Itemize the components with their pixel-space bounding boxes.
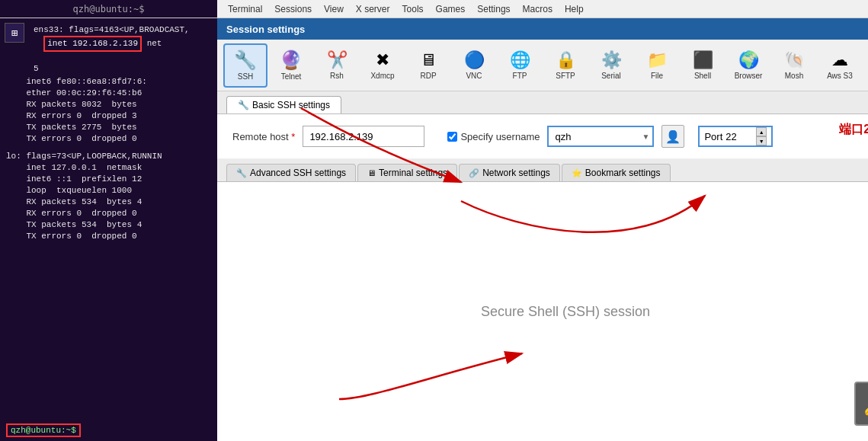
terminal-bottom-prompt: qzh@ubuntu:~$ [6, 426, 81, 435]
wrench-icon: 🔧 [238, 100, 249, 110]
terminal-panel: ⊞ ens33: flags=4163<UP,BROADCAST, inet 1… [0, 18, 217, 441]
xdmcp-label: Xdmcp [370, 72, 394, 80]
terminal-line-num: 5 [34, 63, 211, 75]
ssh-label: SSH [238, 72, 254, 81]
terminal-line-loop: loop txqueuelen 1000 [6, 185, 211, 197]
network-settings-tab[interactable]: 🔗 Network settings [459, 164, 560, 181]
toolbar-serial[interactable]: ⚙️ Serial [589, 43, 633, 88]
telnet-label: Telnet [281, 72, 302, 81]
terminal-line-11: TX errors 0 dropped 0 [6, 133, 211, 145]
remote-host-label: Remote host * [232, 131, 295, 142]
network-settings-tab-label: Network settings [482, 168, 550, 178]
menu-sessions[interactable]: Sessions [270, 2, 316, 16]
menu-macros[interactable]: Macros [518, 2, 557, 16]
basic-tab-bar: 🔧 Basic SSH settings [217, 91, 868, 114]
serial-label: Serial [601, 72, 621, 80]
menu-terminal[interactable]: Terminal [223, 2, 267, 16]
port-spinner: ▲ ▼ [756, 127, 767, 145]
toolbar-rdp[interactable]: 🖥 RDP [406, 43, 450, 88]
ftp-label: FTP [513, 72, 527, 80]
menu-view[interactable]: View [319, 2, 348, 16]
prompt-highlight: qzh@ubuntu:~$ [6, 423, 81, 437]
toolbar-sftp[interactable]: 🔒 SFTP [543, 43, 588, 88]
specify-username-group: Specify username [447, 131, 540, 142]
terminal-line-10: TX packets 2775 bytes [6, 122, 211, 133]
port-input[interactable] [725, 131, 753, 142]
toolbar-shell[interactable]: ⬛ Shell [681, 43, 725, 88]
advanced-ssh-tab[interactable]: 🔧 Advanced SSH settings [226, 164, 356, 181]
toolbar-telnet[interactable]: 🔮 Telnet [269, 43, 313, 88]
menu-help[interactable]: Help [560, 2, 588, 16]
port-decrement-button[interactable]: ▼ [756, 136, 767, 145]
terminal-line-lo: lo: flags=73<UP,LOOPBACK,RUNNIN [6, 151, 211, 162]
vnc-label: VNC [466, 72, 482, 80]
terminal-line-rx534: RX packets 534 bytes 4 [6, 197, 211, 208]
toolbar-wsl[interactable]: 🖥 WSL [863, 43, 868, 88]
file-icon: 📁 [647, 50, 668, 70]
sftp-icon: 🔒 [556, 50, 576, 70]
specify-username-checkbox[interactable] [447, 132, 457, 142]
toolbar-aws-s3[interactable]: ☁ Aws S3 [818, 43, 862, 88]
terminal-spacer [6, 145, 211, 151]
network-icon: 🔗 [469, 168, 479, 178]
rdp-icon: 🖥 [420, 50, 437, 70]
terminal-settings-tab[interactable]: 🖥 Terminal settings [357, 164, 457, 181]
menu-settings[interactable]: Settings [472, 2, 514, 16]
ftp-icon: 🌐 [510, 50, 530, 70]
terminal-line-txerr: TX errors 0 dropped 0 [6, 231, 211, 242]
toolbar-mosh[interactable]: 🐚 Mosh [772, 43, 816, 88]
ssh-icon: 🔧 [234, 50, 257, 71]
advanced-ssh-tab-label: Advanced SSH settings [250, 168, 346, 178]
aws-s3-icon: ☁ [831, 50, 848, 70]
toolbar-xdmcp[interactable]: ✖ Xdmcp [360, 43, 405, 88]
basic-ssh-tab[interactable]: 🔧 Basic SSH settings [226, 96, 341, 113]
shell-icon: ⬛ [693, 50, 713, 70]
bookmark-settings-tab[interactable]: ⭐ Bookmark settings [562, 164, 671, 181]
toolbar: 🔧 SSH 🔮 Telnet ✂️ Rsh ✖ Xdmcp [217, 40, 868, 91]
terminal-line-inet127: inet 127.0.0.1 netmask [6, 162, 211, 174]
menu-tools[interactable]: Tools [398, 2, 428, 16]
toolbar-browser[interactable]: 🌍 Browser [726, 43, 770, 88]
ip-highlight: inet 192.168.2.139 [43, 36, 142, 52]
session-title: Session settings [226, 24, 305, 35]
port-increment-button[interactable]: ▲ [756, 127, 767, 136]
bookmark-settings-tab-label: Bookmark settings [585, 168, 661, 178]
rsh-label: Rsh [330, 72, 344, 80]
sftp-label: SFTP [556, 72, 575, 80]
xdmcp-icon: ✖ [376, 50, 389, 70]
terminal-title-bar: qzh@ubuntu:~$ [73, 4, 145, 14]
toolbar-file[interactable]: 📁 File [635, 43, 679, 88]
toolbar-rsh[interactable]: ✂️ Rsh [315, 43, 359, 88]
avatar-icon[interactable]: 👤 [661, 125, 684, 148]
advanced-icon: 🔧 [236, 168, 247, 178]
menu-xserver[interactable]: X server [351, 2, 395, 16]
terminal-line-rxerr: RX errors 0 dropped 0 [6, 208, 211, 219]
mosh-label: Mosh [785, 72, 803, 80]
menu-games[interactable]: Games [431, 2, 470, 16]
bookmark-icon: ⭐ [572, 168, 582, 178]
menu-bar: Terminal Sessions View X server Tools Ga… [217, 0, 868, 18]
terminal-window-icon: ⊞ [5, 23, 24, 43]
serial-icon: ⚙️ [601, 50, 622, 70]
remote-host-input[interactable] [303, 126, 424, 147]
port-label: Port [704, 131, 722, 142]
key-icon: 🔑 [854, 382, 868, 426]
username-dropdown-wrapper: qzh ▼ [547, 126, 654, 147]
rdp-label: RDP [420, 72, 436, 80]
terminal-line-1: ens33: flags=4163<UP,BROADCAST, [34, 24, 211, 36]
toolbar-ssh[interactable]: 🔧 SSH [223, 43, 267, 88]
browser-label: Browser [735, 72, 763, 80]
port-note: 端口22固定 [839, 122, 868, 138]
terminal-line-7: ether 00:0c:29:f6:45:b6 [6, 88, 211, 99]
specify-username-label: Specify username [460, 131, 540, 142]
terminal-line-2: inet 192.168.2.139 net [34, 36, 211, 52]
required-marker: * [291, 131, 295, 142]
port-group: Port ▲ ▼ [698, 126, 773, 147]
session-panel: Session settings 🔧 SSH 🔮 Telnet ✂️ Rsh [217, 18, 868, 441]
toolbar-ftp[interactable]: 🌐 FTP [498, 43, 542, 88]
terminal-line-6: inet6 fe80::6ea8:8fd7:6: [6, 76, 211, 88]
rsh-icon: ✂️ [327, 50, 348, 70]
terminal-line-5 [34, 52, 211, 63]
toolbar-vnc[interactable]: 🔵 VNC [452, 43, 496, 88]
username-select[interactable]: qzh [547, 126, 654, 147]
